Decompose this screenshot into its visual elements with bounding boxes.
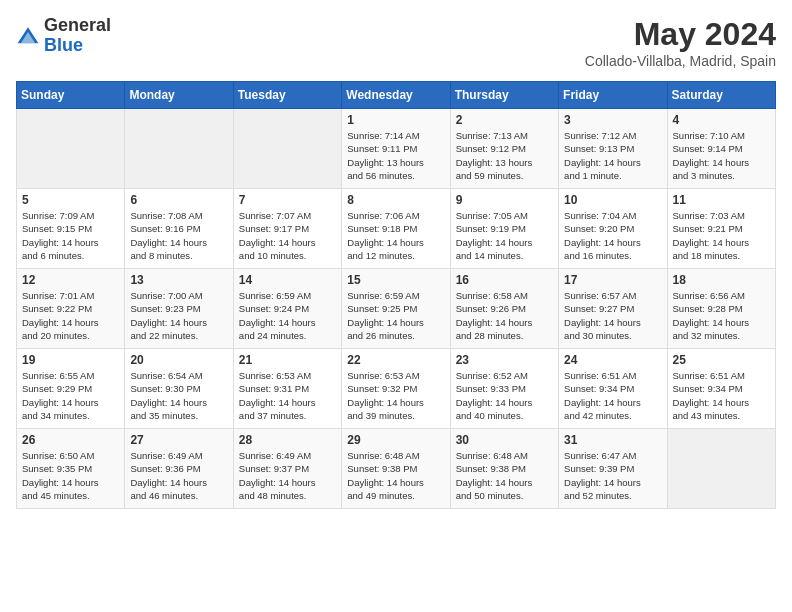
calendar-cell: 28Sunrise: 6:49 AM Sunset: 9:37 PM Dayli… <box>233 429 341 509</box>
day-number: 1 <box>347 113 444 127</box>
day-number: 21 <box>239 353 336 367</box>
calendar-cell: 25Sunrise: 6:51 AM Sunset: 9:34 PM Dayli… <box>667 349 775 429</box>
calendar-cell: 7Sunrise: 7:07 AM Sunset: 9:17 PM Daylig… <box>233 189 341 269</box>
calendar-cell: 8Sunrise: 7:06 AM Sunset: 9:18 PM Daylig… <box>342 189 450 269</box>
day-info: Sunrise: 6:53 AM Sunset: 9:31 PM Dayligh… <box>239 369 336 422</box>
title-block: May 2024 Collado-Villalba, Madrid, Spain <box>585 16 776 69</box>
day-info: Sunrise: 6:48 AM Sunset: 9:38 PM Dayligh… <box>456 449 553 502</box>
dow-header-friday: Friday <box>559 82 667 109</box>
day-info: Sunrise: 6:53 AM Sunset: 9:32 PM Dayligh… <box>347 369 444 422</box>
week-row-4: 19Sunrise: 6:55 AM Sunset: 9:29 PM Dayli… <box>17 349 776 429</box>
calendar-cell: 23Sunrise: 6:52 AM Sunset: 9:33 PM Dayli… <box>450 349 558 429</box>
logo: General Blue <box>16 16 111 56</box>
day-info: Sunrise: 7:05 AM Sunset: 9:19 PM Dayligh… <box>456 209 553 262</box>
logo-icon <box>16 24 40 48</box>
day-number: 9 <box>456 193 553 207</box>
calendar-cell: 9Sunrise: 7:05 AM Sunset: 9:19 PM Daylig… <box>450 189 558 269</box>
calendar-cell: 4Sunrise: 7:10 AM Sunset: 9:14 PM Daylig… <box>667 109 775 189</box>
calendar-cell <box>125 109 233 189</box>
day-number: 29 <box>347 433 444 447</box>
week-row-2: 5Sunrise: 7:09 AM Sunset: 9:15 PM Daylig… <box>17 189 776 269</box>
dow-header-sunday: Sunday <box>17 82 125 109</box>
calendar-cell: 26Sunrise: 6:50 AM Sunset: 9:35 PM Dayli… <box>17 429 125 509</box>
day-info: Sunrise: 7:08 AM Sunset: 9:16 PM Dayligh… <box>130 209 227 262</box>
day-info: Sunrise: 6:49 AM Sunset: 9:37 PM Dayligh… <box>239 449 336 502</box>
day-number: 28 <box>239 433 336 447</box>
main-title: May 2024 <box>585 16 776 53</box>
calendar-cell: 20Sunrise: 6:54 AM Sunset: 9:30 PM Dayli… <box>125 349 233 429</box>
calendar-cell: 14Sunrise: 6:59 AM Sunset: 9:24 PM Dayli… <box>233 269 341 349</box>
day-info: Sunrise: 7:09 AM Sunset: 9:15 PM Dayligh… <box>22 209 119 262</box>
calendar-cell: 18Sunrise: 6:56 AM Sunset: 9:28 PM Dayli… <box>667 269 775 349</box>
day-number: 12 <box>22 273 119 287</box>
day-info: Sunrise: 6:52 AM Sunset: 9:33 PM Dayligh… <box>456 369 553 422</box>
subtitle: Collado-Villalba, Madrid, Spain <box>585 53 776 69</box>
calendar-cell: 30Sunrise: 6:48 AM Sunset: 9:38 PM Dayli… <box>450 429 558 509</box>
day-number: 17 <box>564 273 661 287</box>
day-number: 7 <box>239 193 336 207</box>
day-number: 11 <box>673 193 770 207</box>
day-number: 13 <box>130 273 227 287</box>
day-number: 31 <box>564 433 661 447</box>
page-header: General Blue May 2024 Collado-Villalba, … <box>16 16 776 69</box>
day-number: 8 <box>347 193 444 207</box>
day-info: Sunrise: 7:00 AM Sunset: 9:23 PM Dayligh… <box>130 289 227 342</box>
calendar-cell: 31Sunrise: 6:47 AM Sunset: 9:39 PM Dayli… <box>559 429 667 509</box>
day-number: 27 <box>130 433 227 447</box>
day-info: Sunrise: 7:10 AM Sunset: 9:14 PM Dayligh… <box>673 129 770 182</box>
dow-header-monday: Monday <box>125 82 233 109</box>
day-info: Sunrise: 6:51 AM Sunset: 9:34 PM Dayligh… <box>673 369 770 422</box>
day-number: 15 <box>347 273 444 287</box>
day-info: Sunrise: 6:54 AM Sunset: 9:30 PM Dayligh… <box>130 369 227 422</box>
day-number: 6 <box>130 193 227 207</box>
day-number: 23 <box>456 353 553 367</box>
day-number: 22 <box>347 353 444 367</box>
calendar-cell: 27Sunrise: 6:49 AM Sunset: 9:36 PM Dayli… <box>125 429 233 509</box>
calendar-cell: 5Sunrise: 7:09 AM Sunset: 9:15 PM Daylig… <box>17 189 125 269</box>
day-number: 19 <box>22 353 119 367</box>
day-number: 14 <box>239 273 336 287</box>
calendar-cell <box>667 429 775 509</box>
day-number: 4 <box>673 113 770 127</box>
calendar-body: 1Sunrise: 7:14 AM Sunset: 9:11 PM Daylig… <box>17 109 776 509</box>
dow-header-saturday: Saturday <box>667 82 775 109</box>
calendar-cell <box>233 109 341 189</box>
calendar-table: SundayMondayTuesdayWednesdayThursdayFrid… <box>16 81 776 509</box>
calendar-cell: 22Sunrise: 6:53 AM Sunset: 9:32 PM Dayli… <box>342 349 450 429</box>
day-info: Sunrise: 7:07 AM Sunset: 9:17 PM Dayligh… <box>239 209 336 262</box>
calendar-cell: 15Sunrise: 6:59 AM Sunset: 9:25 PM Dayli… <box>342 269 450 349</box>
dow-header-thursday: Thursday <box>450 82 558 109</box>
day-info: Sunrise: 6:51 AM Sunset: 9:34 PM Dayligh… <box>564 369 661 422</box>
day-info: Sunrise: 6:47 AM Sunset: 9:39 PM Dayligh… <box>564 449 661 502</box>
dow-header-tuesday: Tuesday <box>233 82 341 109</box>
day-number: 18 <box>673 273 770 287</box>
day-number: 25 <box>673 353 770 367</box>
day-number: 30 <box>456 433 553 447</box>
day-number: 16 <box>456 273 553 287</box>
day-info: Sunrise: 7:14 AM Sunset: 9:11 PM Dayligh… <box>347 129 444 182</box>
day-number: 26 <box>22 433 119 447</box>
calendar-cell: 12Sunrise: 7:01 AM Sunset: 9:22 PM Dayli… <box>17 269 125 349</box>
day-info: Sunrise: 7:13 AM Sunset: 9:12 PM Dayligh… <box>456 129 553 182</box>
day-info: Sunrise: 6:50 AM Sunset: 9:35 PM Dayligh… <box>22 449 119 502</box>
calendar-cell: 16Sunrise: 6:58 AM Sunset: 9:26 PM Dayli… <box>450 269 558 349</box>
day-info: Sunrise: 7:06 AM Sunset: 9:18 PM Dayligh… <box>347 209 444 262</box>
logo-blue-text: Blue <box>44 36 111 56</box>
day-info: Sunrise: 6:49 AM Sunset: 9:36 PM Dayligh… <box>130 449 227 502</box>
calendar-cell: 19Sunrise: 6:55 AM Sunset: 9:29 PM Dayli… <box>17 349 125 429</box>
day-info: Sunrise: 6:57 AM Sunset: 9:27 PM Dayligh… <box>564 289 661 342</box>
day-number: 2 <box>456 113 553 127</box>
calendar-cell: 24Sunrise: 6:51 AM Sunset: 9:34 PM Dayli… <box>559 349 667 429</box>
calendar-cell: 10Sunrise: 7:04 AM Sunset: 9:20 PM Dayli… <box>559 189 667 269</box>
day-info: Sunrise: 7:12 AM Sunset: 9:13 PM Dayligh… <box>564 129 661 182</box>
calendar-cell: 11Sunrise: 7:03 AM Sunset: 9:21 PM Dayli… <box>667 189 775 269</box>
day-info: Sunrise: 7:03 AM Sunset: 9:21 PM Dayligh… <box>673 209 770 262</box>
calendar-cell: 2Sunrise: 7:13 AM Sunset: 9:12 PM Daylig… <box>450 109 558 189</box>
day-number: 5 <box>22 193 119 207</box>
calendar-cell: 29Sunrise: 6:48 AM Sunset: 9:38 PM Dayli… <box>342 429 450 509</box>
calendar-cell: 21Sunrise: 6:53 AM Sunset: 9:31 PM Dayli… <box>233 349 341 429</box>
day-of-week-header: SundayMondayTuesdayWednesdayThursdayFrid… <box>17 82 776 109</box>
day-info: Sunrise: 7:04 AM Sunset: 9:20 PM Dayligh… <box>564 209 661 262</box>
day-info: Sunrise: 7:01 AM Sunset: 9:22 PM Dayligh… <box>22 289 119 342</box>
day-number: 24 <box>564 353 661 367</box>
